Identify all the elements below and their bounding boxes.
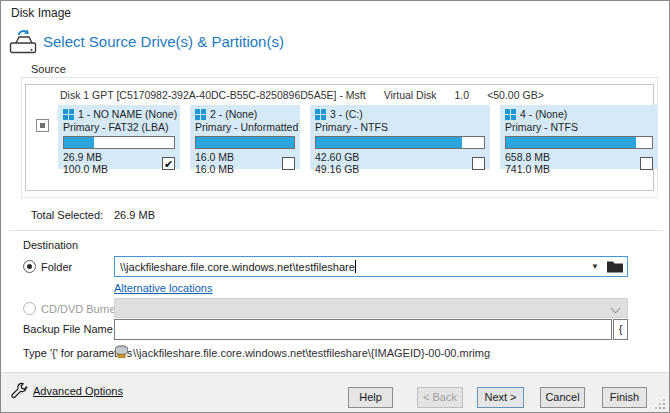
resize-grip[interactable] — [663, 407, 665, 409]
finish-button[interactable]: Finish — [602, 387, 647, 408]
help-button[interactable]: Help — [348, 387, 393, 408]
folder-radio-label: Folder — [41, 261, 72, 273]
footer-bar: Advanced Options Help < Back Next > Canc… — [1, 372, 669, 412]
partition-sizes: 42.60 GB49.16 GB — [315, 151, 359, 176]
disk-image-icon — [9, 28, 39, 56]
total-selected-value: 26.9 MB — [114, 209, 155, 221]
partition-title: 2 - (None) — [210, 108, 257, 120]
windows-logo-icon — [505, 109, 516, 120]
alternative-locations-link[interactable]: Alternative locations — [114, 282, 212, 294]
advanced-options-label: Advanced Options — [33, 385, 123, 397]
partition-checkbox[interactable]: ✔ — [162, 157, 175, 170]
windows-logo-icon — [315, 109, 326, 120]
cd-dvd-radio — [23, 302, 36, 315]
disk-select-checkbox[interactable] — [36, 119, 49, 132]
disk-size: <50.00 GB> — [487, 89, 544, 101]
windows-logo-icon — [63, 109, 74, 120]
partition-sizes: 16.0 MB16.0 MB — [195, 151, 234, 176]
partition-filesystem: Primary - FAT32 (LBA) — [63, 121, 175, 133]
cd-dvd-radio-row: CD/DVD Burner — [23, 302, 119, 315]
partition-filesystem: Primary - Unformatted — [195, 121, 295, 133]
disk-image-dialog: Disk Image Select Source Drive(s) & Part… — [0, 0, 670, 413]
disk-panel: Disk 1 GPT [C5170982-392A-40DC-B55C-8250… — [25, 84, 654, 191]
partition-tile-3[interactable]: 3 - (C:) Primary - NTFS 42.60 GB49.16 GB — [310, 105, 490, 169]
advanced-options-link[interactable]: Advanced Options — [9, 381, 123, 400]
partition-checkbox[interactable] — [472, 157, 485, 170]
image-file-icon — [114, 345, 129, 358]
partition-checkbox[interactable] — [640, 157, 653, 170]
usage-bar — [505, 136, 653, 149]
page-title: Select Source Drive(s) & Partition(s) — [43, 33, 284, 50]
partition-title: 1 - NO NAME (None) — [78, 108, 177, 120]
chevron-down-icon — [611, 304, 621, 314]
partition-tile-2[interactable]: 2 - (None) Primary - Unformatted 16.0 MB… — [190, 105, 300, 169]
total-selected-label: Total Selected: — [31, 209, 103, 221]
folder-radio-row[interactable]: Folder — [23, 260, 72, 273]
usage-bar — [315, 136, 485, 149]
partition-filesystem: Primary - NTFS — [315, 121, 485, 133]
cancel-button[interactable]: Cancel — [540, 387, 585, 408]
window-title: Disk Image — [11, 6, 71, 20]
text-caret — [355, 260, 356, 273]
usage-bar — [195, 136, 295, 149]
wrench-icon — [9, 381, 28, 400]
usage-bar — [63, 136, 175, 149]
windows-logo-icon — [195, 109, 206, 120]
cd-dvd-burner-select — [114, 298, 628, 318]
parameter-button[interactable]: { — [613, 319, 628, 340]
next-button[interactable]: Next > — [477, 387, 524, 408]
back-button: < Back — [417, 387, 463, 408]
cd-dvd-radio-label: CD/DVD Burner — [41, 303, 119, 315]
backup-file-name-label: Backup File Name — [23, 323, 113, 335]
disk-version: 1.0 — [455, 89, 470, 101]
backup-file-name-input[interactable] — [114, 319, 612, 340]
partition-sizes: 26.9 MB100.0 MB — [63, 151, 108, 176]
dropdown-arrow-icon[interactable]: ▼ — [591, 262, 599, 271]
backup-path-preview: \\jackfileshare.file.core.windows.net\te… — [133, 347, 490, 359]
partition-filesystem: Primary - NTFS — [505, 121, 653, 133]
partition-tile-1[interactable]: 1 - NO NAME (None) Primary - FAT32 (LBA)… — [58, 105, 180, 169]
section-divider — [9, 230, 663, 231]
partition-tile-4[interactable]: 4 - (None) Primary - NTFS 658.8 MB741.0 … — [500, 105, 658, 169]
destination-section-label: Destination — [23, 239, 78, 251]
folder-radio[interactable] — [23, 260, 36, 273]
disk-header: Disk 1 GPT [C5170982-392A-40DC-B55C-8250… — [60, 89, 562, 101]
folder-path-value: \\jackfileshare.file.core.windows.net\te… — [120, 260, 587, 273]
disk-name: Disk 1 GPT [C5170982-392A-40DC-B55C-8250… — [60, 89, 366, 101]
partition-sizes: 658.8 MB741.0 MB — [505, 151, 550, 176]
folder-path-input[interactable]: \\jackfileshare.file.core.windows.net\te… — [114, 256, 628, 277]
partition-tiles: 1 - NO NAME (None) Primary - FAT32 (LBA)… — [58, 105, 658, 169]
source-group: Disk 1 GPT [C5170982-392A-40DC-B55C-8250… — [21, 77, 658, 198]
source-section-label: Source — [31, 63, 66, 75]
browse-folder-icon[interactable] — [607, 260, 623, 273]
partition-title: 3 - (C:) — [330, 108, 363, 120]
partition-checkbox[interactable] — [282, 157, 295, 170]
disk-type: Virtual Disk — [384, 89, 437, 101]
partition-title: 4 - (None) — [520, 108, 567, 120]
